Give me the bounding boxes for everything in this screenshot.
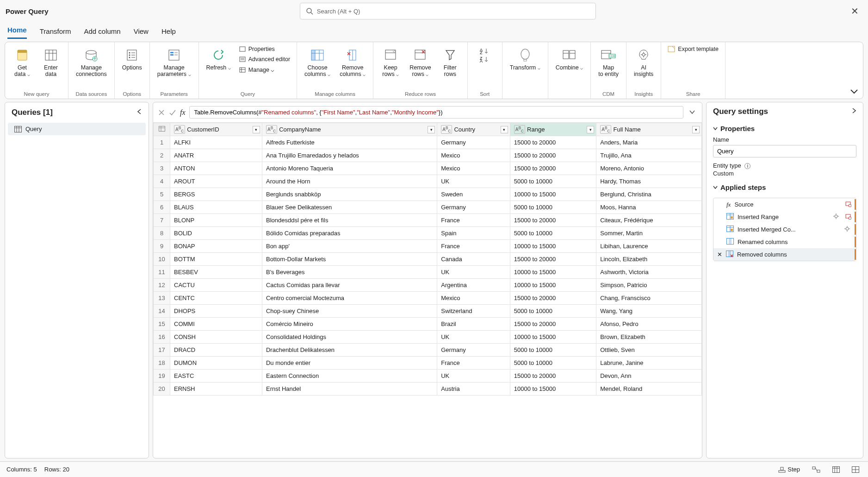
- cell[interactable]: Consolidated Holdings: [262, 331, 437, 344]
- cell[interactable]: BOLID: [170, 227, 262, 240]
- remove-columns-button[interactable]: Removecolumns ⌵: [337, 45, 368, 79]
- cell[interactable]: UK: [437, 331, 510, 344]
- applied-step-inserted-merged-co-[interactable]: Inserted Merged Co...: [713, 223, 856, 236]
- cell[interactable]: B's Beverages: [262, 266, 437, 279]
- cell[interactable]: Blondesddsl pére et fils: [262, 214, 437, 227]
- choose-columns-button[interactable]: Choosecolumns ⌵: [302, 45, 333, 79]
- menutab-transform[interactable]: Transform: [40, 27, 71, 39]
- cell[interactable]: Brazil: [437, 318, 510, 331]
- cell[interactable]: 15000 to 20000: [510, 253, 596, 266]
- refresh-button[interactable]: Refresh ⌵: [204, 45, 234, 73]
- cell[interactable]: Sweden: [437, 188, 510, 201]
- column-header-companyname[interactable]: ABC CompanyName▾: [262, 123, 437, 136]
- applied-step-removed-columns[interactable]: ✕Removed columns: [713, 248, 856, 261]
- cell[interactable]: Du monde entier: [262, 357, 437, 370]
- column-filter-button[interactable]: ▾: [501, 126, 508, 133]
- cell[interactable]: EASTC: [170, 370, 262, 383]
- menutab-home[interactable]: Home: [7, 26, 27, 39]
- row-number[interactable]: 1: [154, 136, 170, 149]
- diagram-view-button[interactable]: [810, 465, 823, 474]
- row-number[interactable]: 7: [154, 214, 170, 227]
- row-number[interactable]: 13: [154, 292, 170, 305]
- step-settings-icon[interactable]: [833, 213, 839, 221]
- row-number[interactable]: 8: [154, 227, 170, 240]
- applied-step-renamed-columns[interactable]: Renamed columns: [713, 236, 856, 248]
- row-number[interactable]: 15: [154, 318, 170, 331]
- cell[interactable]: AROUT: [170, 175, 262, 188]
- cell[interactable]: Chop-suey Chinese: [262, 305, 437, 318]
- cell[interactable]: Argentina: [437, 279, 510, 292]
- column-filter-button[interactable]: ▾: [692, 126, 700, 133]
- manage-connections-button[interactable]: Manageconnections: [73, 45, 110, 79]
- column-filter-button[interactable]: ▾: [587, 126, 594, 133]
- cell[interactable]: ALFKI: [170, 136, 262, 149]
- get-data-button[interactable]: Getdata ⌵: [10, 45, 35, 79]
- cell[interactable]: Moos, Hanna: [596, 201, 702, 214]
- column-filter-button[interactable]: ▾: [428, 126, 435, 133]
- cell[interactable]: Mexico: [437, 149, 510, 162]
- cell[interactable]: COMMI: [170, 318, 262, 331]
- step-button[interactable]: Step: [776, 464, 802, 474]
- filter-rows-button[interactable]: Filterrows: [438, 45, 463, 79]
- cell[interactable]: Ernst Handel: [262, 383, 437, 395]
- cell[interactable]: 10000 to 15000: [510, 331, 596, 344]
- row-number[interactable]: 5: [154, 188, 170, 201]
- applied-step-source[interactable]: fxSource: [713, 198, 856, 211]
- queries-collapse-icon[interactable]: [136, 108, 142, 117]
- cell[interactable]: 5000 to 10000: [510, 201, 596, 214]
- transform-button[interactable]: Transform ⌵: [507, 45, 543, 73]
- cell[interactable]: 10000 to 15000: [510, 266, 596, 279]
- cell[interactable]: BONAP: [170, 240, 262, 253]
- properties-button[interactable]: Properties: [237, 45, 292, 53]
- row-number[interactable]: 19: [154, 370, 170, 383]
- row-number[interactable]: 14: [154, 305, 170, 318]
- row-number[interactable]: 3: [154, 162, 170, 175]
- cell[interactable]: Ana Trujillo Emaredados y helados: [262, 149, 437, 162]
- cell[interactable]: 10000 to 15000: [510, 188, 596, 201]
- cell[interactable]: 10000 to 15000: [510, 383, 596, 395]
- cell[interactable]: Afonso, Pedro: [596, 318, 702, 331]
- cell[interactable]: Wang, Yang: [596, 305, 702, 318]
- cell[interactable]: France: [437, 240, 510, 253]
- cell[interactable]: 15000 to 20000: [510, 318, 596, 331]
- cell[interactable]: CONSH: [170, 331, 262, 344]
- column-header-customerid[interactable]: ABC CustomerID▾: [170, 123, 262, 136]
- menutab-add-column[interactable]: Add column: [84, 27, 120, 39]
- cell[interactable]: Ashworth, Victoria: [596, 266, 702, 279]
- map-to-entity-button[interactable]: CDMMapto entity: [595, 45, 621, 79]
- enter-data-button[interactable]: Enterdata: [38, 45, 63, 79]
- cell[interactable]: BLONP: [170, 214, 262, 227]
- row-number[interactable]: 10: [154, 253, 170, 266]
- column-header-range[interactable]: ABC Range▾: [510, 123, 596, 136]
- delete-step-icon[interactable]: ✕: [717, 251, 722, 258]
- row-number[interactable]: 12: [154, 279, 170, 292]
- cell[interactable]: Brown, Elizabeth: [596, 331, 702, 344]
- cell[interactable]: CENTC: [170, 292, 262, 305]
- step-settings-icon[interactable]: [844, 226, 850, 233]
- cell[interactable]: ANATR: [170, 149, 262, 162]
- info-icon[interactable]: i: [744, 163, 750, 169]
- cell[interactable]: ANTON: [170, 162, 262, 175]
- cell[interactable]: 15000 to 20000: [510, 136, 596, 149]
- menutab-help[interactable]: Help: [161, 27, 176, 39]
- options-button[interactable]: Options: [119, 45, 145, 73]
- menutab-view[interactable]: View: [134, 27, 149, 39]
- cell[interactable]: Cactus Comidas para llevar: [262, 279, 437, 292]
- applied-step-inserted-range[interactable]: Inserted Range: [713, 211, 856, 223]
- cell[interactable]: DHOPS: [170, 305, 262, 318]
- cell[interactable]: France: [437, 357, 510, 370]
- cell[interactable]: 15000 to 20000: [510, 162, 596, 175]
- cell[interactable]: UK: [437, 370, 510, 383]
- cell[interactable]: Canada: [437, 253, 510, 266]
- fx-icon[interactable]: fx: [180, 108, 186, 117]
- properties-section-toggle[interactable]: Properties: [713, 125, 856, 132]
- cell[interactable]: 10000 to 15000: [510, 279, 596, 292]
- cell[interactable]: Hardy, Thomas: [596, 175, 702, 188]
- row-number[interactable]: 4: [154, 175, 170, 188]
- settings-expand-icon[interactable]: [852, 107, 856, 116]
- cell[interactable]: Lincoln, Elizabeth: [596, 253, 702, 266]
- cell[interactable]: BOTTM: [170, 253, 262, 266]
- row-number[interactable]: 18: [154, 357, 170, 370]
- step-link-icon[interactable]: [845, 213, 851, 221]
- cell[interactable]: 5000 to 10000: [510, 305, 596, 318]
